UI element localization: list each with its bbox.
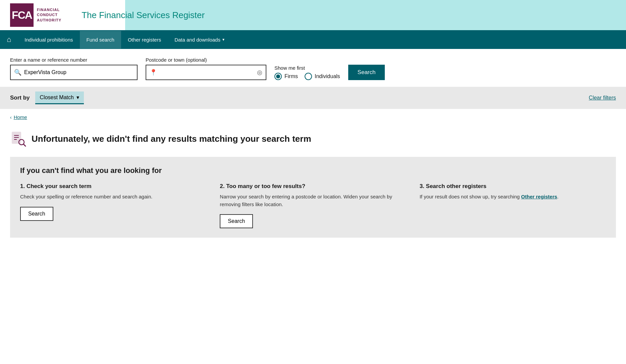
help-column-3: 3. Search other registers If your result… (420, 183, 606, 228)
name-input[interactable] (24, 69, 134, 75)
help-columns: 1. Check your search term Check your spe… (20, 183, 606, 228)
radio-firms[interactable]: Firms (274, 73, 298, 80)
name-field-group: Enter a name or reference number 🔍 (10, 57, 138, 80)
radio-individuals[interactable]: Individuals (305, 73, 340, 80)
name-input-wrapper: 🔍 (10, 65, 138, 80)
nav-data-downloads[interactable]: Data and downloads ▾ (168, 31, 231, 49)
search-row: Enter a name or reference number 🔍 Postc… (10, 57, 616, 80)
nav-fund-search[interactable]: Fund search (80, 31, 121, 49)
postcode-field-group: Postcode or town (optional) 📍 ◎ (146, 57, 266, 80)
sort-left: Sort by Closest Match ▾ (10, 92, 84, 104)
no-results-heading: Unfortunately, we didn't find any result… (10, 131, 616, 147)
nav-other-registers[interactable]: Other registers (121, 31, 168, 49)
help-box-title: If you can't find what you are looking f… (20, 166, 606, 175)
sort-by-label: Sort by (10, 95, 30, 101)
show-me-label: Show me first (274, 65, 340, 71)
search-section: Enter a name or reference number 🔍 Postc… (0, 49, 626, 87)
help-column-2-title: 2. Too many or too few results? (220, 183, 406, 190)
gps-icon: ◎ (257, 69, 262, 76)
help-column-2: 2. Too many or too few results? Narrow y… (220, 183, 406, 228)
location-icon: 📍 (150, 69, 157, 76)
search-button[interactable]: Search (348, 65, 385, 80)
sort-option-label: Closest Match (40, 95, 74, 101)
clear-filters-button[interactable]: Clear filters (589, 95, 616, 101)
home-icon[interactable]: ⌂ (7, 35, 11, 44)
sort-bar: Sort by Closest Match ▾ Clear filters (0, 87, 626, 109)
fca-logo-square: FCA (10, 3, 34, 27)
radio-individuals-circle (305, 73, 312, 80)
breadcrumb: ‹ Home (0, 109, 626, 125)
fca-logo: FCA FINANCIAL CONDUCT AUTHORITY (10, 3, 61, 27)
postcode-input-wrapper: 📍 ◎ (146, 65, 266, 80)
no-results-section: Unfortunately, we didn't find any result… (0, 125, 626, 248)
radio-firms-circle (274, 73, 282, 80)
radio-row: Firms Individuals (274, 73, 340, 80)
page-title: The Financial Services Register (82, 10, 205, 20)
help-column-1-text: Check your spelling or reference number … (20, 193, 206, 201)
help-column-1-title: 1. Check your search term (20, 183, 206, 190)
no-results-icon (10, 131, 26, 147)
help-column-3-text: If your result does not show up, try sea… (420, 193, 606, 201)
breadcrumb-chevron-icon: ‹ (10, 115, 12, 120)
no-results-title: Unfortunately, we didn't find any result… (32, 134, 311, 144)
sort-dropdown[interactable]: Closest Match ▾ (35, 92, 84, 104)
radio-individuals-label: Individuals (315, 73, 340, 79)
name-field-label: Enter a name or reference number (10, 57, 138, 63)
help-column-1: 1. Check your search term Check your spe… (20, 183, 206, 228)
header-banner: FCA FINANCIAL CONDUCT AUTHORITY The Fina… (0, 0, 626, 30)
help-search-button-1[interactable]: Search (20, 207, 53, 221)
help-column-2-text: Narrow your search by entering a postcod… (220, 193, 406, 208)
fca-authority-text: FINANCIAL CONDUCT AUTHORITY (37, 7, 61, 23)
nav-individual-prohibitions[interactable]: Individual prohibitions (18, 31, 80, 49)
help-column-3-title: 3. Search other registers (420, 183, 606, 190)
postcode-field-label: Postcode or town (optional) (146, 57, 266, 63)
radio-firms-label: Firms (284, 73, 298, 79)
sort-chevron-icon: ▾ (76, 94, 79, 101)
help-search-button-2[interactable]: Search (220, 214, 253, 228)
svg-line-5 (23, 144, 25, 146)
data-downloads-chevron-icon: ▾ (222, 37, 224, 42)
show-me-group: Show me first Firms Individuals (274, 65, 340, 80)
postcode-input[interactable] (160, 69, 255, 75)
no-results-svg-icon (10, 131, 26, 147)
other-registers-link[interactable]: Other registers (521, 194, 557, 199)
search-icon: 🔍 (14, 69, 21, 76)
nav-bar: ⌂ Individual prohibitions Fund search Ot… (0, 30, 626, 49)
help-box: If you can't find what you are looking f… (10, 157, 616, 238)
breadcrumb-home-link[interactable]: Home (14, 114, 27, 120)
